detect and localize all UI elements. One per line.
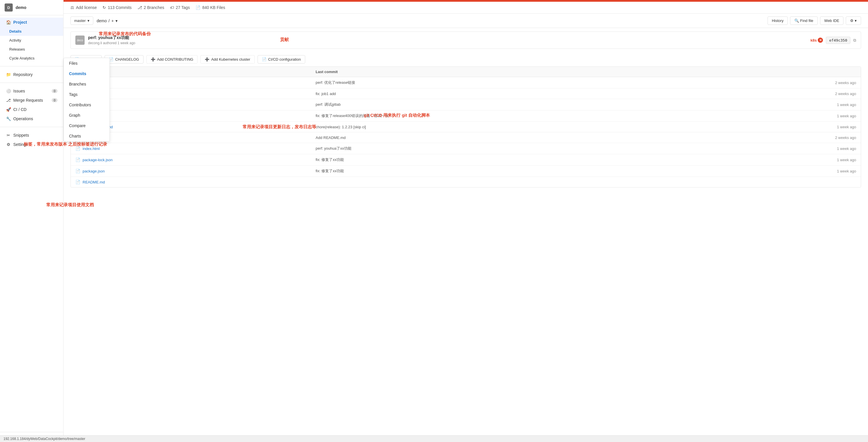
file-icon: 📄 [75, 146, 80, 151]
table-row: 📄 index.html perf: youhua了xx功能 1 week ag… [71, 143, 861, 154]
commits-stat[interactable]: ↻ 113 Commits [102, 5, 131, 10]
submenu-branches[interactable]: Branches [64, 79, 110, 89]
add-contributing-button[interactable]: ➕ Add CONTRIBUTING [146, 55, 198, 64]
divider-3 [0, 127, 63, 127]
project-icon: 🏠 [6, 20, 11, 25]
file-name[interactable]: 📄 README.md [75, 180, 316, 184]
file-name[interactable]: 📄 README.md [75, 135, 316, 140]
file-name[interactable]: 📄 CHANGELOG.md [75, 124, 316, 129]
file-last-commit: chore(release): 1.2.23 [skip ci] [316, 125, 676, 129]
commit-hash[interactable]: ef49c350 [826, 37, 850, 44]
sidebar-item-project[interactable]: 🏠 Project [0, 18, 63, 27]
branch-actions: History 🔍 Find file Web IDE ⚙ ▾ [768, 17, 861, 25]
web-ide-button[interactable]: Web IDE [820, 17, 844, 25]
add-license-btn[interactable]: ⚖ Add license [70, 5, 97, 10]
submenu-charts[interactable]: Charts [64, 131, 110, 141]
settings-icon: ⚙ [6, 142, 11, 147]
branches-stat[interactable]: ⎇ 2 Branches [137, 5, 164, 10]
sidebar-item-cicd[interactable]: 🚀 CI / CD [0, 105, 63, 114]
tags-count-label: 27 Tags [176, 5, 190, 10]
history-button[interactable]: History [768, 17, 788, 25]
commit-details: perf: youhua了xx功能 decong.li authored 1 w… [88, 35, 807, 45]
sidebar-item-repository[interactable]: 📁 Repository [0, 70, 63, 79]
commit-info: deco perf: youhua了xx功能 decong.li authore… [70, 31, 861, 49]
file-table-header: Name Last commit [71, 67, 861, 77]
path-dropdown-icon: ▾ [116, 19, 118, 23]
branches-icon: ⎇ [137, 5, 142, 10]
table-row: 📄 README.md [71, 177, 861, 187]
file-name[interactable]: 📄 package.json [75, 169, 316, 173]
license-icon: ⚖ [70, 5, 74, 10]
add-k8s-icon: ➕ [205, 57, 209, 62]
find-file-button[interactable]: 🔍 Find file [790, 17, 817, 25]
file-last-commit: fix: job1 add [316, 92, 676, 96]
file-name[interactable]: 📄 .releaserc [75, 114, 316, 118]
repo-icon: 📁 [6, 72, 11, 77]
files-stat[interactable]: 📄 840 KB Files [195, 5, 225, 10]
file-last-commit: fix: 修复了xx功能 [316, 157, 676, 163]
file-last-update: 1 week ago [676, 158, 856, 162]
copy-hash-icon[interactable]: ⧉ [853, 38, 856, 43]
commit-author: decong.li [88, 41, 102, 45]
avatar: D [5, 3, 13, 11]
sidebar-item-releases[interactable]: Releases [0, 45, 63, 54]
sidebar: D demo 🏠 Project Details Activity Releas… [0, 0, 64, 442]
cicd-icon: 🚀 [6, 107, 11, 112]
add-k8s-button[interactable]: ➕ Add Kubernetes cluster [200, 55, 254, 64]
file-name[interactable]: 📄 .gitignore [75, 91, 316, 96]
branch-bar: master ▾ demo / + ▾ History 🔍 Find file … [64, 13, 868, 28]
sidebar-header: D demo [0, 0, 63, 15]
cicd-label: CI / CD [13, 107, 27, 112]
sidebar-item-operations[interactable]: 🔧 Operations [0, 114, 63, 123]
files-size-label: 840 KB Files [202, 5, 225, 10]
sidebar-snippets-section: ✂ Snippets ⚙ Settings [0, 128, 63, 151]
cicd-config-button[interactable]: 📄 CI/CD configuration [257, 55, 305, 64]
repository-label: Repository [13, 72, 33, 77]
file-last-update: 1 week ago [676, 114, 856, 118]
sidebar-item-activity[interactable]: Activity [0, 36, 63, 45]
path-root[interactable]: demo [97, 19, 107, 23]
commit-avatar: deco [75, 35, 85, 45]
submenu-graph[interactable]: Graph [64, 110, 110, 120]
submenu-contributors[interactable]: Contributors [64, 100, 110, 110]
sidebar-item-snippets[interactable]: ✂ Snippets [0, 130, 63, 140]
submenu-files[interactable]: Files [64, 58, 110, 68]
commit-message: perf: youhua了xx功能 [88, 35, 807, 40]
file-name[interactable]: 📄 index.html [75, 146, 316, 151]
operations-label: Operations [13, 116, 33, 121]
file-name-text: package.json [83, 169, 105, 173]
file-name[interactable]: 📄 .gitlab-ci.yml [75, 102, 316, 107]
sidebar-item-merge-requests[interactable]: ⎇ Merge Requests 0 [0, 96, 63, 105]
settings-label: Settings [13, 142, 28, 147]
sidebar-item-settings[interactable]: ⚙ Settings [0, 140, 63, 149]
more-options-button[interactable]: ⚙ ▾ [846, 17, 861, 25]
file-last-commit: perf: 调试gitlab [316, 102, 676, 107]
sidebar-item-details[interactable]: Details [0, 27, 63, 36]
submenu-commits[interactable]: Commits [64, 68, 110, 79]
project-name: demo [16, 5, 26, 10]
submenu-compare[interactable]: Compare [64, 120, 110, 131]
branches-count-label: 2 Branches [144, 5, 164, 10]
table-row: 📁 dist perf: 优化了release链接 2 weeks ago [71, 77, 861, 88]
file-last-update: 1 week ago [676, 169, 856, 173]
k8s-close-icon[interactable]: ✕ [818, 37, 823, 43]
branch-selector[interactable]: master ▾ [70, 17, 93, 25]
sidebar-item-cycle-analytics[interactable]: Cycle Analytics [0, 54, 63, 63]
file-name[interactable]: 📁 dist [75, 80, 316, 85]
main-content: ⚖ Add license ↻ 113 Commits ⎇ 2 Branches… [64, 0, 868, 442]
snippets-label: Snippets [13, 133, 29, 138]
url-bar: 192.168.1.184/dyWeb/DataCockpit/demo/tre… [0, 435, 868, 442]
commits-count-label: 113 Commits [108, 5, 131, 10]
table-row: 📄 CHANGELOG.md chore(release): 1.2.23 [s… [71, 122, 861, 132]
sidebar-item-issues[interactable]: ⚪ Issues 0 [0, 86, 63, 96]
tags-stat[interactable]: 🏷 27 Tags [170, 5, 190, 10]
submenu-tags[interactable]: Tags [64, 89, 110, 100]
changelog-button[interactable]: 📄 CHANGELOG [104, 55, 144, 64]
file-name[interactable]: 📄 package-lock.json [75, 157, 316, 162]
sidebar-repo-section: 📁 Repository [0, 68, 63, 82]
file-last-update: 1 week ago [676, 102, 856, 107]
branch-dropdown-icon: ▾ [88, 19, 90, 23]
col-last-commit: Last commit [316, 70, 676, 74]
divider-2 [0, 83, 63, 83]
file-last-update: 2 weeks ago [676, 81, 856, 85]
